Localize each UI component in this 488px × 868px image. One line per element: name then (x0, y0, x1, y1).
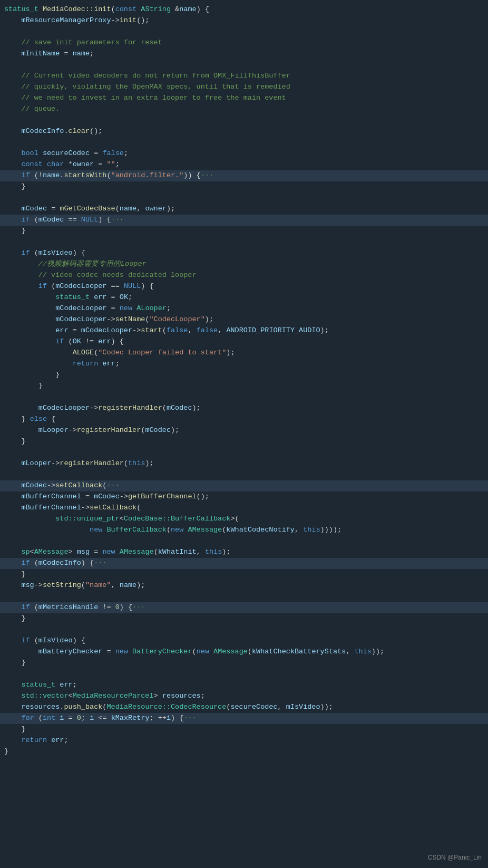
code-line: // quickly, violating the OpenMAX specs,… (0, 82, 488, 93)
code-line: if (mIsVideo) { (0, 248, 488, 259)
code-line: mBufferChannel = mCodec->getBufferChanne… (0, 491, 488, 503)
code-line (0, 137, 488, 148)
code-line (0, 591, 488, 602)
code-line: mBufferChannel->setCallback( (0, 503, 488, 514)
code-line: } (0, 436, 488, 447)
code-line: if (!name.startsWith("android.filter."))… (0, 170, 488, 181)
code-line: } (0, 370, 488, 381)
code-line: if (mCodecLooper == NULL) { (0, 281, 488, 292)
code-viewer: status_t MediaCodec::init(const AString … (0, 0, 488, 761)
code-line (0, 60, 488, 71)
code-line: } (0, 569, 488, 580)
code-line: mResourceManagerProxy->init(); (0, 15, 488, 26)
watermark: CSDN @Panic_Lin (428, 853, 482, 863)
code-line (0, 447, 488, 458)
code-line: bool secureCodec = false; (0, 148, 488, 159)
code-line (0, 26, 488, 37)
code-line: for (int i = 0; i <= kMaxRetry; ++i) {··… (0, 713, 488, 724)
code-line: if (mIsVideo) { (0, 635, 488, 647)
code-line: new BufferCallback(new AMessage(kWhatCod… (0, 525, 488, 536)
code-line: mCodec->setCallback(··· (0, 480, 488, 491)
code-line: } (0, 181, 488, 192)
code-line: mCodecLooper->registerHandler(mCodec); (0, 403, 488, 414)
code-line: return err; (0, 735, 488, 746)
code-line: } (0, 658, 488, 669)
code-line: status_t err = OK; (0, 292, 488, 303)
code-line: msg->setString("name", name); (0, 580, 488, 591)
code-line: } else { (0, 414, 488, 425)
code-line: if (mCodec == NULL) {··· (0, 215, 488, 226)
code-line: // we need to invest in an extra looper … (0, 93, 488, 104)
code-line (0, 392, 488, 403)
code-line (0, 192, 488, 204)
code-line (0, 536, 488, 547)
code-line: mInitName = name; (0, 49, 488, 60)
code-line: err = mCodecLooper->start(false, false, … (0, 325, 488, 336)
code-line: std::unique_ptr<CodecBase::BufferCallbac… (0, 514, 488, 525)
code-line: //视频解码器需要专用的Looper (0, 259, 488, 270)
code-line: status_t MediaCodec::init(const AString … (0, 4, 488, 15)
code-line (0, 624, 488, 635)
code-line: mCodecLooper->setName("CodecLooper"); (0, 314, 488, 325)
code-line: } (0, 746, 488, 757)
code-line: // queue. (0, 104, 488, 115)
code-line: } (0, 381, 488, 392)
code-line: std::vector<MediaResourceParcel> resourc… (0, 691, 488, 702)
code-line: // save init parameters for reset (0, 37, 488, 49)
code-line: // Current video decoders do not return … (0, 71, 488, 82)
code-line: if (mMetricsHandle != 0) {··· (0, 602, 488, 613)
code-line: status_t err; (0, 680, 488, 691)
code-line: } (0, 724, 488, 735)
code-line: mLooper->registerHandler(mCodec); (0, 425, 488, 436)
code-line: resources.push_back(MediaResource::Codec… (0, 702, 488, 713)
code-line: ALOGE("Codec Looper failed to start"); (0, 348, 488, 359)
code-line: return err; (0, 359, 488, 370)
code-line: const char *owner = ""; (0, 159, 488, 170)
code-line: mCodecInfo.clear(); (0, 126, 488, 137)
code-line: } (0, 226, 488, 237)
code-line: sp<AMessage> msg = new AMessage(kWhatIni… (0, 547, 488, 558)
code-line: if (OK != err) { (0, 336, 488, 348)
code-line (0, 669, 488, 680)
code-line (0, 469, 488, 480)
code-line (0, 237, 488, 248)
code-line: } (0, 613, 488, 624)
code-line: // video codec needs dedicated looper (0, 270, 488, 281)
code-line (0, 115, 488, 126)
code-line: mLooper->registerHandler(this); (0, 458, 488, 469)
code-line: if (mCodecInfo) {··· (0, 558, 488, 569)
code-line: mBatteryChecker = new BatteryChecker(new… (0, 647, 488, 658)
code-line: mCodec = mGetCodecBase(name, owner); (0, 204, 488, 215)
code-line: mCodecLooper = new ALooper; (0, 303, 488, 314)
